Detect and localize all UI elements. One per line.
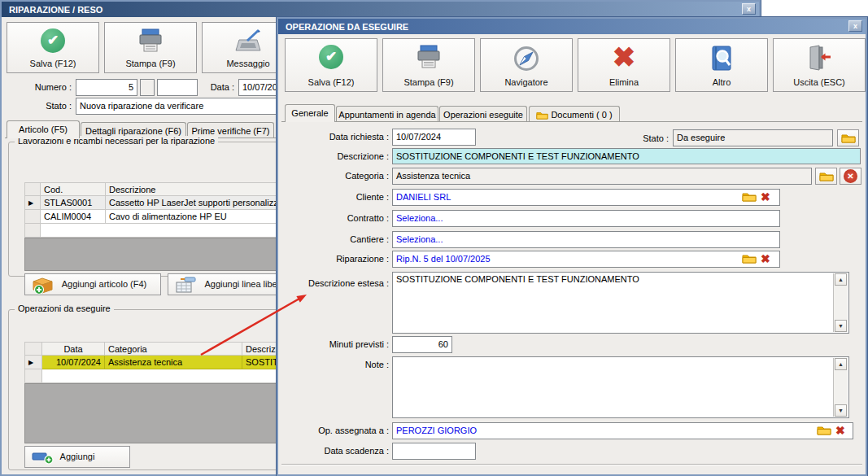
clear-x-icon[interactable]: ✖ [761, 192, 770, 202]
dialog-title: OPERAZIONE DA ESEGUIRE [286, 22, 408, 32]
scroll-down-icon[interactable]: ▼ [835, 320, 847, 332]
folder-icon[interactable] [742, 191, 757, 202]
articles-row2-selector[interactable] [24, 210, 41, 224]
screen: RIPARAZIONE / RESO x ✔ Salva (F12) Stamp… [0, 0, 868, 476]
data-richiesta-input[interactable]: 10/07/2024 [392, 129, 476, 146]
cliente-label: Cliente : [294, 192, 389, 202]
save-check-icon: ✔ [41, 28, 65, 53]
printer-icon [415, 45, 443, 69]
articles-table-filler [24, 238, 309, 271]
numero-suffix-box[interactable] [140, 79, 155, 96]
dialog-stato-field: Da eseguire [673, 129, 833, 146]
data-scadenza-input[interactable] [392, 443, 476, 460]
descrizione-estesa-scrollbar[interactable]: ▲ ▼ [833, 273, 848, 332]
compass-icon [513, 45, 540, 72]
contratto-input[interactable]: Seleziona... [392, 210, 780, 227]
operazione-dialog: OPERAZIONE DA ESEGUIRE x ✔ Salva (F12) S… [277, 17, 867, 476]
dialog-elimina-button[interactable]: ✖ Elimina [578, 38, 670, 92]
riparazione-label: Riparazione : [294, 254, 389, 264]
articles-row1-cod[interactable]: STLAS0001 [41, 196, 106, 210]
clear-x-icon[interactable]: ✖ [835, 426, 845, 435]
data-scadenza-label: Data scadenza : [294, 446, 389, 456]
main-window-titlebar[interactable]: RIPARAZIONE / RESO [2, 2, 759, 17]
dialog-stato-label: Stato : [620, 133, 669, 143]
categoria-field: Assistenza tecnica [392, 168, 812, 185]
folder-icon [841, 133, 856, 143]
articles-header-cod[interactable]: Cod. [41, 182, 106, 196]
folder-icon[interactable] [817, 425, 831, 435]
op-assegnata-field-icons: ✖ [817, 425, 845, 435]
cliente-field-icons: ✖ [742, 191, 770, 202]
cantiere-input[interactable]: Seleziona... [392, 231, 780, 248]
dialog-close-button[interactable]: x [848, 20, 862, 32]
articles-row1-selector[interactable]: ▶ [24, 196, 41, 210]
cliente-input[interactable]: DANIELI SRL [392, 189, 780, 206]
scroll-up-icon[interactable]: ▲ [835, 273, 847, 286]
articles-header-selector [24, 182, 41, 196]
data-label: Data : [203, 82, 234, 92]
scroll-down-icon[interactable]: ▼ [835, 404, 847, 417]
dialog-stampa-button[interactable]: Stampa (F9) [382, 38, 475, 92]
operations-row1-data[interactable]: 10/07/2024 [42, 356, 105, 369]
dialog-tab-operazioni-eseguite[interactable]: Operazioni eseguite [439, 106, 527, 122]
descrizione-label: Descrizione : [294, 151, 389, 161]
salva-button[interactable]: ✔ Salva (F12) [7, 22, 99, 73]
data-richiesta-label: Data richiesta : [294, 132, 389, 142]
riparazione-input[interactable]: Rip.N. 5 del 10/07/2025 [392, 251, 780, 268]
dialog-uscita-button[interactable]: Uscita (ESC) [773, 38, 866, 92]
book-search-icon [709, 45, 734, 72]
dialog-navigatore-button[interactable]: Navigatore [480, 38, 573, 92]
dialog-bottom-divider [281, 464, 862, 465]
note-textarea[interactable]: ▲ ▼ [392, 356, 849, 418]
dialog-tab-panel-line [281, 121, 862, 122]
articles-row2-cod[interactable]: CALIM0004 [41, 210, 106, 224]
numero-label: Numero : [24, 82, 72, 92]
delete-x-icon: ✖ [613, 45, 636, 69]
dialog-titlebar[interactable]: OPERAZIONE DA ESEGUIRE [278, 19, 866, 34]
descrizione-input[interactable]: SOSTITUZIONE COMPONENTI E TEST FUNZIONAM… [392, 148, 861, 164]
descrizione-estesa-textarea[interactable]: SOSTITUZIONE COMPONENTI E TEST FUNZIONAM… [392, 272, 849, 334]
dialog-salva-button[interactable]: ✔ Salva (F12) [285, 38, 377, 92]
scroll-up-icon[interactable]: ▲ [835, 358, 847, 370]
note-scrollbar[interactable]: ▲ ▼ [833, 358, 848, 417]
categoria-label: Categoria : [294, 171, 389, 181]
op-assegnata-input[interactable]: PEROZZI GIORGIO [392, 422, 853, 439]
articles-row3-selector[interactable] [24, 224, 41, 238]
numero-input[interactable]: 5 [76, 79, 137, 96]
minuti-previsti-input[interactable]: 60 [392, 336, 452, 353]
dialog-altro-button[interactable]: Altro [675, 38, 768, 92]
dialog-tab-generale[interactable]: Generale [285, 104, 335, 122]
tab-articolo[interactable]: Articolo (F5) [7, 120, 80, 138]
stato-folder-button[interactable] [837, 129, 859, 146]
riparazione-field-icons: ✖ [742, 253, 770, 264]
folder-icon[interactable] [742, 253, 757, 264]
operations-row1-categoria[interactable]: Assistenza tecnica [105, 356, 242, 369]
minuti-previsti-label: Minuti previsti : [294, 339, 389, 349]
stampa-button[interactable]: Stampa (F9) [104, 22, 197, 73]
articles-row3-empty[interactable] [41, 224, 309, 238]
clear-x-icon[interactable]: ✖ [761, 254, 770, 264]
exit-door-icon [805, 45, 833, 71]
main-window-title: RIPARAZIONE / RESO [9, 5, 103, 15]
dialog-tab-appuntamenti[interactable]: Appuntamenti in agenda [336, 106, 438, 122]
aggiungi-articolo-button[interactable]: Aggiungi articolo (F4) [24, 273, 161, 295]
clear-circle-x-icon: ✕ [844, 169, 857, 183]
printer-icon [137, 28, 164, 53]
aggiungi-operazione-button[interactable]: Aggiungi [24, 446, 130, 468]
operations-row2-selector[interactable] [24, 369, 42, 383]
categoria-clear-button[interactable]: ✕ [840, 168, 861, 185]
operations-row1-selector[interactable]: ▶ [24, 356, 42, 369]
operations-header-categoria[interactable]: Categoria [105, 342, 242, 356]
categoria-folder-button[interactable] [815, 168, 837, 185]
operations-header-data[interactable]: Data [42, 342, 105, 356]
main-window-close-button[interactable]: x [742, 3, 756, 15]
save-check-icon: ✔ [319, 45, 343, 69]
descrizione-estesa-label: Descrizione estesa : [290, 278, 389, 288]
operations-header-selector [24, 342, 42, 356]
contratto-label: Contratto : [294, 213, 389, 223]
op-assegnata-label: Op. assegnata a : [294, 426, 389, 435]
folder-icon [536, 111, 548, 120]
dialog-tab-documenti[interactable]: Documenti ( 0 ) [529, 106, 620, 122]
message-icon [233, 28, 263, 53]
numero-bis-input[interactable] [157, 79, 198, 96]
